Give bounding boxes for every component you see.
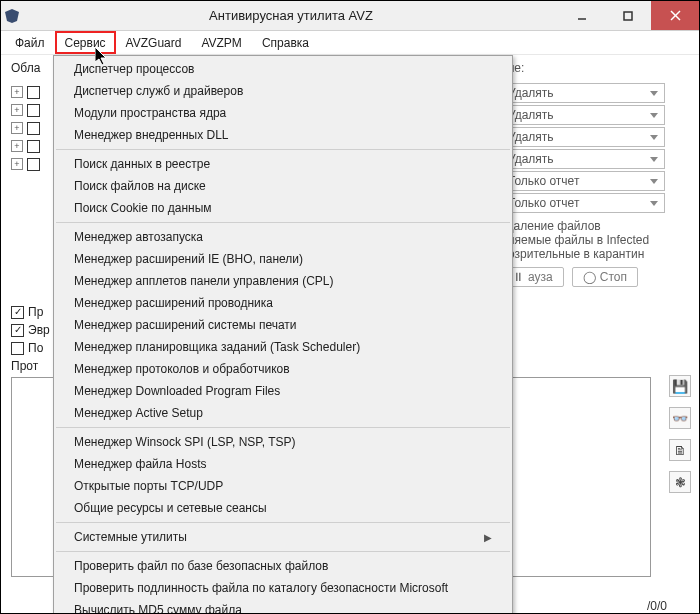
action-dropdown-2[interactable]: Удалять: [501, 105, 665, 125]
checkbox[interactable]: [27, 140, 40, 153]
menu-item-label: Открытые порты TCP/UDP: [74, 479, 223, 493]
button-label: ауза: [528, 270, 553, 284]
menu-item-label: Поиск данных в реестре: [74, 157, 210, 171]
menu-item[interactable]: Диспетчер процессов: [54, 58, 512, 80]
stop-button[interactable]: ◯Стоп: [572, 267, 638, 287]
menu-item[interactable]: Менеджер расширений IE (BHO, панели): [54, 248, 512, 270]
action-dropdown-3[interactable]: Удалять: [501, 127, 665, 147]
checkbox[interactable]: [27, 158, 40, 171]
menu-item-label: Модули пространства ядра: [74, 106, 226, 120]
menu-item[interactable]: Менеджер файла Hosts: [54, 453, 512, 475]
menu-item-label: Поиск файлов на диске: [74, 179, 206, 193]
stop-circle-icon: ◯: [583, 270, 596, 284]
menu-item-label: Поиск Cookie по данным: [74, 201, 212, 215]
menu-item-label: Менеджер автозапуска: [74, 230, 203, 244]
menu-item[interactable]: Поиск файлов на диске: [54, 175, 512, 197]
menu-avzguard[interactable]: AVZGuard: [116, 31, 192, 54]
right-buttons: ⏸ауза ◯Стоп: [501, 267, 665, 287]
button-label: Стоп: [600, 270, 627, 284]
menu-item[interactable]: Менеджер автозапуска: [54, 226, 512, 248]
expand-icon[interactable]: +: [11, 104, 23, 116]
bug-icon[interactable]: ❃: [669, 471, 691, 493]
menu-avzpm[interactable]: AVZPM: [191, 31, 251, 54]
window-title: Антивирусная утилита AVZ: [23, 8, 559, 23]
right-note-2: яляемые файлы в Infected: [501, 233, 665, 247]
menu-item-label: Менеджер расширений проводника: [74, 296, 273, 310]
menu-item-label: Проверить подлинность файла по каталогу …: [74, 581, 448, 595]
menu-item-label: Проверить файл по базе безопасных файлов: [74, 559, 328, 573]
expand-icon[interactable]: +: [11, 86, 23, 98]
checkbox[interactable]: ✓: [11, 306, 24, 319]
document-icon[interactable]: 🗎: [669, 439, 691, 461]
dropdown-value: Удалять: [508, 86, 554, 100]
right-heading-fragment: ние:: [501, 61, 665, 75]
menu-item-label: Менеджер протоколов и обработчиков: [74, 362, 290, 376]
maximize-button[interactable]: [605, 1, 651, 30]
save-icon[interactable]: 💾: [669, 375, 691, 397]
menu-item[interactable]: Модули пространства ядра: [54, 102, 512, 124]
menu-item[interactable]: Менеджер Downloaded Program Files: [54, 380, 512, 402]
menu-item-label: Вычислить MD5 сумму файла: [74, 603, 242, 614]
menubar: Файл Сервис AVZGuard AVZPM Справка: [1, 31, 699, 55]
menu-item[interactable]: Менеджер расширений системы печати: [54, 314, 512, 336]
check-row[interactable]: По: [11, 339, 50, 357]
action-dropdown-6[interactable]: Только отчет: [501, 193, 665, 213]
close-button[interactable]: [651, 1, 699, 30]
checkbox[interactable]: [27, 86, 40, 99]
menu-item[interactable]: Системные утилиты▶: [54, 526, 512, 548]
checkbox[interactable]: ✓: [11, 324, 24, 337]
checkbox[interactable]: [27, 122, 40, 135]
menu-item[interactable]: Менеджер расширений проводника: [54, 292, 512, 314]
minimize-button[interactable]: [559, 1, 605, 30]
expand-icon[interactable]: +: [11, 158, 23, 170]
check-label: Пр: [28, 305, 43, 319]
checkbox[interactable]: [27, 104, 40, 117]
menu-item[interactable]: Менеджер планировщика заданий (Task Sche…: [54, 336, 512, 358]
menu-item-label: Менеджер расширений IE (BHO, панели): [74, 252, 303, 266]
menu-item[interactable]: Поиск данных в реестре: [54, 153, 512, 175]
menu-separator: [56, 222, 510, 223]
menu-item-label: Системные утилиты: [74, 530, 187, 544]
expand-icon[interactable]: +: [11, 140, 23, 152]
menu-item[interactable]: Поиск Cookie по данным: [54, 197, 512, 219]
dropdown-value: Удалять: [508, 130, 554, 144]
check-row[interactable]: ✓Эвр: [11, 321, 50, 339]
action-dropdown-4[interactable]: Удалять: [501, 149, 665, 169]
menu-item-label: Менеджер Downloaded Program Files: [74, 384, 280, 398]
right-note-3: дозрительные в карантин: [501, 247, 665, 261]
action-dropdown-1[interactable]: Удалять: [501, 83, 665, 103]
glasses-icon[interactable]: 👓: [669, 407, 691, 429]
pause-icon: ⏸: [512, 270, 524, 284]
svg-rect-1: [624, 12, 632, 20]
menu-item[interactable]: Проверить файл по базе безопасных файлов: [54, 555, 512, 577]
submenu-arrow-icon: ▶: [484, 532, 492, 543]
right-note-1: удаление файлов: [501, 219, 665, 233]
check-row[interactable]: ✓Пр: [11, 303, 50, 321]
menu-item[interactable]: Менеджер Winsock SPI (LSP, NSP, TSP): [54, 431, 512, 453]
check-label: По: [28, 341, 43, 355]
menu-item[interactable]: Диспетчер служб и драйверов: [54, 80, 512, 102]
menu-item[interactable]: Менеджер протоколов и обработчиков: [54, 358, 512, 380]
action-dropdown-5[interactable]: Только отчет: [501, 171, 665, 191]
menu-item[interactable]: Менеджер апплетов панели управления (CPL…: [54, 270, 512, 292]
menu-file[interactable]: Файл: [5, 31, 55, 54]
menu-item[interactable]: Открытые порты TCP/UDP: [54, 475, 512, 497]
menu-separator: [56, 551, 510, 552]
menu-help[interactable]: Справка: [252, 31, 319, 54]
menu-item-label: Менеджер файла Hosts: [74, 457, 207, 471]
app-icon: [1, 9, 23, 23]
menu-item[interactable]: Менеджер Active Setup: [54, 402, 512, 424]
service-menu-dropdown: Диспетчер процессовДиспетчер служб и дра…: [53, 55, 513, 614]
menu-item[interactable]: Вычислить MD5 сумму файла: [54, 599, 512, 614]
left-checkboxes: ✓Пр ✓Эвр По: [11, 303, 50, 357]
menu-item[interactable]: Проверить подлинность файла по каталогу …: [54, 577, 512, 599]
menu-item[interactable]: Менеджер внедренных DLL: [54, 124, 512, 146]
dropdown-value: Удалять: [508, 152, 554, 166]
expand-icon[interactable]: +: [11, 122, 23, 134]
menu-item[interactable]: Общие ресурсы и сетевые сеансы: [54, 497, 512, 519]
window-controls: [559, 1, 699, 30]
checkbox[interactable]: [11, 342, 24, 355]
menu-separator: [56, 149, 510, 150]
menu-item-label: Менеджер Winsock SPI (LSP, NSP, TSP): [74, 435, 296, 449]
menu-service[interactable]: Сервис: [55, 31, 116, 54]
